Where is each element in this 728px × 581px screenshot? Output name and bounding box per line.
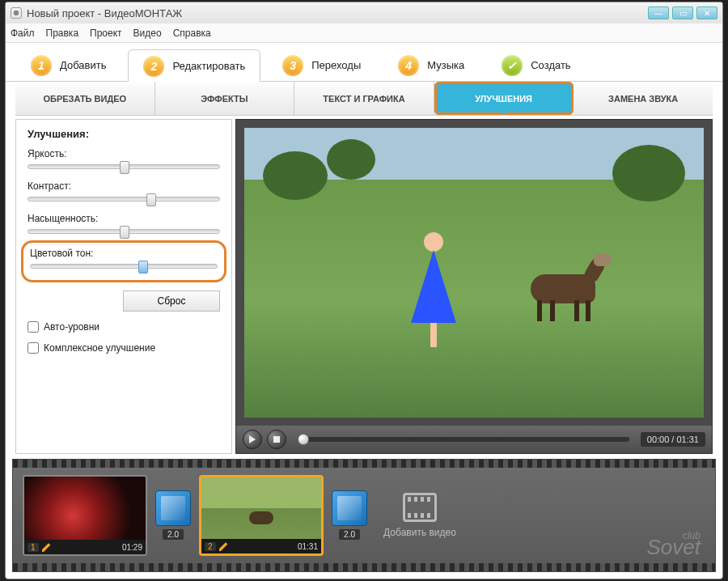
check-icon: ✓ — [502, 55, 523, 76]
seek-bar[interactable] — [298, 437, 629, 442]
subtab-audio[interactable]: ЗАМЕНА ЗВУКА — [574, 82, 713, 115]
add-video-button[interactable]: Добавить видео — [375, 471, 464, 560]
hue-slider[interactable] — [30, 264, 218, 269]
menu-edit[interactable]: Правка — [46, 28, 79, 39]
brightness-row: Яркость: — [28, 148, 220, 169]
minimize-button[interactable]: — — [648, 6, 669, 19]
saturation-label: Насыщенность: — [28, 213, 220, 224]
wizard-steps: 1Добавить 2Редактировать 3Переходы 4Музы… — [6, 43, 722, 82]
menu-video[interactable]: Видео — [133, 28, 162, 39]
player-controls: 00:00 / 01:31 — [236, 426, 712, 453]
titlebar: Новый проект - ВидеоМОНТАЖ — ▭ ✕ — [6, 2, 722, 23]
subtab-enhance[interactable]: УЛУЧШЕНИЯ — [434, 82, 574, 115]
maximize-button[interactable]: ▭ — [672, 6, 693, 19]
enhancements-panel: Улучшения: Яркость: Контраст: Насыщеннос… — [15, 119, 232, 454]
saturation-slider[interactable] — [28, 229, 220, 234]
preview-subject-girl — [409, 232, 458, 354]
menu-project[interactable]: Проект — [90, 28, 122, 39]
slider-thumb[interactable] — [138, 261, 148, 274]
step-create[interactable]: ✓Создать — [486, 49, 586, 81]
step-transitions[interactable]: 3Переходы — [267, 49, 376, 81]
contrast-slider[interactable] — [28, 197, 220, 201]
menu-file[interactable]: Файл — [11, 28, 35, 39]
filmstrip-decoration — [13, 460, 715, 468]
close-button[interactable]: ✕ — [696, 6, 717, 19]
reset-button[interactable]: Сброс — [123, 290, 220, 312]
slider-thumb[interactable] — [120, 161, 129, 174]
timecode: 00:00 / 01:31 — [641, 432, 705, 447]
brightness-label: Яркость: — [28, 148, 220, 159]
contrast-row: Контраст: — [28, 180, 220, 201]
stop-button[interactable] — [267, 430, 286, 449]
subtab-crop[interactable]: ОБРЕЗАТЬ ВИДЕО — [15, 82, 155, 115]
seek-thumb[interactable] — [298, 434, 309, 445]
pencil-icon — [42, 542, 52, 552]
step-edit[interactable]: 2Редактировать — [128, 49, 260, 82]
timeline-clip-2[interactable]: 201:31 — [199, 475, 324, 556]
menubar: Файл Правка Проект Видео Справка — [6, 23, 722, 43]
step-music[interactable]: 4Музыка — [383, 49, 480, 81]
play-button[interactable] — [243, 430, 262, 449]
film-icon — [403, 493, 437, 522]
svg-marker-0 — [249, 435, 256, 443]
saturation-row: Насыщенность: — [28, 213, 220, 234]
step-number-icon: 2 — [143, 56, 164, 77]
complex-enhance-checkbox[interactable]: Комплексное улучшение — [28, 342, 220, 354]
contrast-label: Контраст: — [28, 180, 220, 192]
slider-thumb[interactable] — [146, 193, 156, 206]
hue-row: Цветовой тон: — [30, 248, 218, 269]
transition-duration: 2.0 — [163, 529, 184, 540]
video-preview[interactable] — [236, 120, 712, 426]
timeline-clip-1[interactable]: 101:29 — [23, 475, 147, 556]
pencil-icon — [219, 541, 229, 551]
brightness-slider[interactable] — [28, 164, 220, 169]
panel-title: Улучшения: — [28, 128, 220, 140]
hue-label: Цветовой тон: — [30, 248, 218, 259]
window-title: Новый проект - ВидеоМОНТАЖ — [27, 7, 182, 19]
step-number-icon: 3 — [282, 55, 303, 76]
transition-duration: 2.0 — [339, 529, 360, 540]
autolevels-checkbox[interactable]: Авто-уровни — [28, 321, 220, 333]
transition-2[interactable] — [332, 490, 367, 526]
subtab-text[interactable]: ТЕКСТ И ГРАФИКА — [294, 82, 434, 115]
preview-subject-goat — [531, 258, 612, 315]
preview-pane: 00:00 / 01:31 — [235, 119, 713, 454]
app-icon — [11, 7, 22, 19]
edit-subtabs: ОБРЕЗАТЬ ВИДЕО ЭФФЕКТЫ ТЕКСТ И ГРАФИКА У… — [15, 82, 713, 116]
transition-1[interactable] — [155, 490, 191, 526]
step-add[interactable]: 1Добавить — [15, 49, 121, 81]
svg-rect-1 — [273, 436, 280, 443]
timeline: 101:29 2.0 201:31 2.0 Добавить видео clu… — [12, 459, 716, 572]
filmstrip-decoration — [13, 563, 715, 571]
menu-help[interactable]: Справка — [173, 28, 211, 39]
step-number-icon: 1 — [31, 55, 52, 76]
step-number-icon: 4 — [398, 55, 419, 76]
subtab-effects[interactable]: ЭФФЕКТЫ — [155, 82, 295, 115]
slider-thumb[interactable] — [120, 226, 129, 239]
hue-highlight: Цветовой тон: — [21, 240, 226, 282]
